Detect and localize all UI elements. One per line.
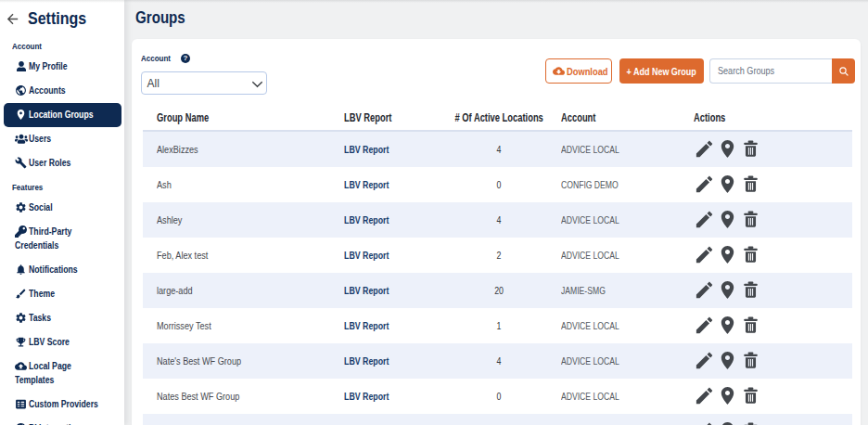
group-name-cell-text: Morrissey Test — [157, 320, 211, 331]
edit-group-button[interactable] — [694, 174, 715, 195]
sidebar-item-label: Location Groups — [15, 108, 108, 122]
lbv-report-link-text: LBV Report — [344, 144, 389, 155]
pencil-icon — [694, 244, 715, 265]
locations-button[interactable] — [717, 350, 738, 371]
actions-cell — [684, 385, 852, 406]
sidebar-item-label: LBV Score — [15, 335, 108, 349]
lbv-report-link-text: LBV Report — [344, 285, 389, 296]
sidebar-item-theme[interactable]: Theme — [4, 282, 121, 306]
table-row: AlexBizzesLBV Report4ADVICE LOCAL — [143, 132, 852, 167]
delete-group-button[interactable] — [740, 315, 761, 336]
sidebar-item-local-page-templates[interactable]: Local Page Templates — [4, 354, 121, 393]
add-new-group-button[interactable]: + Add New Group — [619, 58, 704, 84]
sidebar-item-user-roles[interactable]: User Roles — [4, 151, 121, 175]
account-cell-text: ADVICE LOCAL — [561, 320, 619, 331]
column-header-actions: Actions — [684, 111, 852, 124]
actions-cell — [684, 420, 852, 425]
delete-group-button[interactable] — [740, 244, 761, 265]
lbv-report-link[interactable]: LBV Report — [344, 391, 401, 402]
lbv-report-link[interactable]: LBV Report — [344, 214, 401, 225]
delete-group-button[interactable] — [740, 209, 761, 230]
sidebar-item-users[interactable]: Users — [4, 127, 121, 151]
section-label-text: Features — [12, 182, 43, 192]
sidebar-item-notifications[interactable]: Notifications — [4, 258, 121, 282]
locations-button[interactable] — [717, 174, 738, 195]
main-content: Groups Account ? All Download + Add New … — [124, 0, 868, 425]
lbv-report-cell: LBV Report — [344, 214, 446, 225]
pencil-icon — [694, 350, 715, 371]
edit-group-button[interactable] — [694, 420, 715, 425]
edit-group-button[interactable] — [694, 315, 715, 336]
active-locations-cell: 0 — [446, 179, 552, 190]
edit-group-button[interactable] — [694, 385, 715, 406]
sidebar-item-label: Custom Providers — [15, 397, 108, 411]
actions-cell — [684, 209, 852, 230]
sidebar-item-lbv-score[interactable]: LBV Score — [4, 330, 121, 354]
sidebar-item-label: Users — [15, 132, 108, 146]
account-cell-text: JAMIE-SMG — [561, 285, 606, 296]
actions-cell — [684, 138, 852, 160]
account-filter-select[interactable]: All — [141, 71, 267, 95]
delete-group-button[interactable] — [740, 138, 761, 160]
lbv-report-link[interactable]: LBV Report — [344, 144, 401, 155]
lbv-report-link[interactable]: LBV Report — [344, 355, 401, 367]
sidebar-item-custom-providers[interactable]: Custom Providers — [4, 393, 121, 417]
locations-button[interactable] — [717, 138, 738, 160]
locations-button[interactable] — [717, 315, 738, 336]
active-locations-cell-text: 1 — [497, 320, 502, 331]
edit-group-button[interactable] — [694, 138, 715, 160]
section-label-account: Account — [12, 41, 124, 51]
edit-group-button[interactable] — [694, 244, 715, 265]
lbv-report-link[interactable]: LBV Report — [344, 250, 401, 261]
active-locations-cell: 4 — [446, 214, 552, 225]
locations-button[interactable] — [717, 209, 738, 230]
add-new-group-label: + Add New Group — [627, 66, 696, 77]
account-cell: JAMIE-SMG — [552, 285, 684, 296]
back-arrow-icon[interactable] — [5, 11, 20, 27]
active-locations-cell-text: 0 — [497, 391, 502, 402]
groups-table: Group NameLBV Report# Of Active Location… — [143, 106, 852, 425]
lbv-report-link[interactable]: LBV Report — [344, 179, 401, 190]
sidebar-item-my-profile[interactable]: My Profile — [4, 55, 121, 79]
sidebar-item-location-groups[interactable]: Location Groups — [4, 103, 121, 127]
search-groups-input[interactable] — [709, 58, 832, 84]
account-cell-text: ADVICE LOCAL — [561, 391, 619, 402]
download-button[interactable]: Download — [545, 58, 612, 84]
sidebar-item-social[interactable]: Social — [4, 196, 121, 220]
search-button[interactable] — [832, 58, 855, 84]
lbv-report-link-text: LBV Report — [344, 391, 389, 402]
locations-button[interactable] — [717, 279, 738, 301]
lbv-report-link-text: LBV Report — [344, 179, 389, 190]
delete-group-button[interactable] — [740, 420, 761, 425]
chevron-down-icon — [252, 81, 262, 88]
lbv-report-link[interactable]: LBV Report — [344, 285, 401, 296]
delete-group-button[interactable] — [740, 174, 761, 195]
sidebar-item-accounts[interactable]: Accounts — [4, 79, 121, 103]
sidebar-item-tasks[interactable]: Tasks — [4, 306, 121, 330]
sidebar-item-third-party-credentials[interactable]: Third-Party Credentials — [4, 220, 121, 258]
delete-group-button[interactable] — [740, 279, 761, 301]
locations-button[interactable] — [717, 420, 738, 425]
group-name-cell-text: Feb, Alex test — [157, 250, 208, 261]
locations-button[interactable] — [717, 244, 738, 265]
edit-group-button[interactable] — [694, 279, 715, 301]
delete-group-button[interactable] — [740, 385, 761, 406]
edit-group-button[interactable] — [694, 350, 715, 371]
trash-icon — [740, 174, 761, 195]
magnifier-icon — [837, 65, 850, 78]
lbv-report-link[interactable]: LBV Report — [344, 320, 401, 331]
lbv-report-link-text: LBV Report — [344, 320, 389, 331]
location-pin-icon — [717, 209, 738, 230]
group-name-cell: large-add — [143, 285, 344, 296]
locations-button[interactable] — [717, 385, 738, 406]
sidebar-item-label: Third-Party Credentials — [15, 225, 108, 252]
edit-group-button[interactable] — [694, 209, 715, 230]
question-circle-icon[interactable]: ? — [181, 54, 190, 63]
table-row: AshLBV Report0CONFIG DEMO — [143, 167, 852, 202]
active-locations-cell-text: 4 — [497, 144, 502, 155]
column-header-text: LBV Report — [344, 111, 391, 124]
sidebar-item-bi-integration[interactable]: BI Integration — [4, 417, 121, 425]
delete-group-button[interactable] — [740, 350, 761, 371]
table-row: Nate's Best WF GroupLBV Report4ADVICE LO… — [143, 343, 852, 379]
trash-icon — [740, 244, 761, 265]
